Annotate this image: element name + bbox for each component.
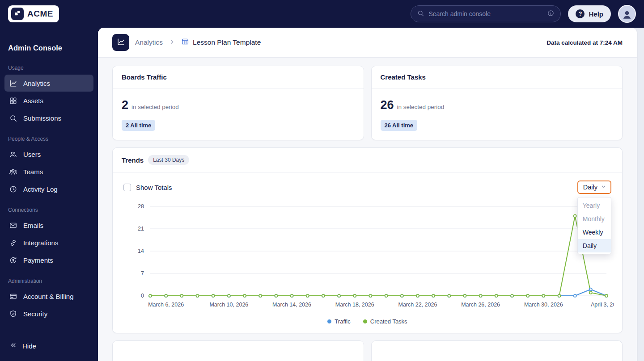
sidebar-item-users[interactable]: Users xyxy=(4,146,93,163)
data-calculated-note: Data calculated at 7:24 AM xyxy=(547,39,623,46)
granularity-select[interactable]: Daily xyxy=(577,180,611,194)
sidebar-section-label: Administration xyxy=(4,269,93,287)
trends-chart: 07142128March 6, 2026March 10, 2026March… xyxy=(113,196,622,315)
card-title: Boards Traffic xyxy=(113,66,364,88)
sidebar-item-label: Assets xyxy=(23,97,43,105)
sidebar-item-assets[interactable]: Assets xyxy=(4,92,93,109)
breadcrumb-current: Lesson Plan Template xyxy=(181,38,261,47)
granularity-option-weekly[interactable]: Weekly xyxy=(578,226,611,239)
svg-text:March 10, 2026: March 10, 2026 xyxy=(209,302,248,308)
hide-label: Hide xyxy=(22,342,36,350)
search-input[interactable] xyxy=(428,10,543,17)
partial-card xyxy=(112,340,364,361)
board-icon xyxy=(181,38,189,47)
svg-text:March 6, 2026: March 6, 2026 xyxy=(148,302,184,308)
trends-card: Trends Last 30 Days Show Totals Daily xyxy=(112,147,623,333)
legend-dot-icon xyxy=(363,319,367,323)
sidebar-title: Admin Console xyxy=(4,32,93,56)
help-label: Help xyxy=(589,10,603,18)
legend-traffic: Traffic xyxy=(327,318,350,325)
sidebar-item-label: Submissions xyxy=(23,114,61,122)
sidebar-item-payments[interactable]: Payments xyxy=(4,252,93,269)
sidebar-item-label: Payments xyxy=(23,256,53,264)
analytics-icon xyxy=(112,34,129,51)
teams-icon xyxy=(8,167,17,176)
sidebar-item-teams[interactable]: Teams xyxy=(4,163,93,180)
chevron-down-icon xyxy=(601,184,606,191)
stat-caption: in selected period xyxy=(131,104,179,110)
page-header: Analytics Lesson Plan Template Data calc… xyxy=(98,28,637,58)
hide-sidebar-button[interactable]: Hide xyxy=(4,337,93,355)
all-time-badge: 2 All time xyxy=(122,120,155,131)
sidebar-item-label: Analytics xyxy=(23,80,50,87)
show-totals-checkbox[interactable] xyxy=(123,184,131,191)
main-surface: Analytics Lesson Plan Template Data calc… xyxy=(98,28,644,361)
all-time-badge: 26 All time xyxy=(381,120,418,131)
page-title: Lesson Plan Template xyxy=(193,38,261,46)
sidebar-item-integrations[interactable]: Integrations xyxy=(4,234,93,251)
svg-text:21: 21 xyxy=(138,226,144,232)
show-totals-label: Show Totals xyxy=(136,184,172,191)
sidebar-item-analytics[interactable]: Analytics xyxy=(4,75,93,92)
app-root: ACME ? Help Admin Console UsageAnalytics… xyxy=(0,0,644,361)
sidebar-section-label: Connections xyxy=(4,198,93,216)
svg-text:April 3, 2026: April 3, 2026 xyxy=(591,302,614,308)
question-icon: ? xyxy=(576,9,585,18)
svg-text:28: 28 xyxy=(138,203,144,210)
chart-icon xyxy=(8,79,17,88)
next-cards-row xyxy=(112,340,623,361)
stat-value: 26 xyxy=(381,98,394,112)
sidebar-item-submissions[interactable]: Submissions xyxy=(4,109,93,126)
content-panel: Analytics Lesson Plan Template Data calc… xyxy=(98,28,637,361)
main-area: Analytics Lesson Plan Template Data calc… xyxy=(98,28,644,361)
svg-text:March 30, 2026: March 30, 2026 xyxy=(524,302,563,308)
sidebar-item-label: Account & Billing xyxy=(23,293,74,300)
granularity-option-monthly: Monthly xyxy=(578,212,611,226)
sidebar-section-label: People & Access xyxy=(4,127,93,145)
acme-logo[interactable]: ACME xyxy=(8,5,59,22)
sidebar-item-emails[interactable]: Emails xyxy=(4,217,93,234)
trends-title: Trends xyxy=(122,156,144,164)
sidebar-item-label: Emails xyxy=(23,222,43,229)
stats-row: Boards Traffic 2 in selected period 2 Al… xyxy=(112,66,623,140)
chevron-right-icon xyxy=(169,38,175,47)
sidebar: Admin Console UsageAnalyticsAssetsSubmis… xyxy=(0,28,98,361)
sidebar-item-security[interactable]: Security xyxy=(4,305,93,322)
granularity-control: Daily YearlyMonthlyWeeklyDaily xyxy=(577,180,611,194)
trends-controls: Show Totals Daily YearlyMonthlyWeeklyDai… xyxy=(113,172,622,196)
sidebar-item-label: Security xyxy=(23,310,47,318)
svg-text:March 22, 2026: March 22, 2026 xyxy=(398,302,437,308)
created-tasks-card: Created Tasks 26 in selected period 26 A… xyxy=(371,66,623,140)
granularity-option-daily[interactable]: Daily xyxy=(578,239,611,252)
partial-card xyxy=(371,340,623,361)
stat-value: 2 xyxy=(122,98,128,112)
sidebar-item-label: Activity Log xyxy=(23,185,58,193)
acme-logo-icon xyxy=(11,8,24,20)
help-button[interactable]: ? Help xyxy=(568,5,611,22)
granularity-value: Daily xyxy=(583,184,597,191)
sidebar-item-label: Users xyxy=(23,151,41,158)
svg-text:14: 14 xyxy=(138,248,144,254)
boards-traffic-card: Boards Traffic 2 in selected period 2 Al… xyxy=(112,66,364,140)
grid-icon xyxy=(8,96,17,105)
avatar[interactable] xyxy=(618,5,636,23)
topbar: ACME ? Help xyxy=(0,0,644,28)
chart-legend: TrafficCreated Tasks xyxy=(113,315,622,333)
range-badge: Last 30 Days xyxy=(148,155,189,165)
legend-created-tasks: Created Tasks xyxy=(363,318,407,325)
sidebar-item-account-billing[interactable]: Account & Billing xyxy=(4,288,93,305)
breadcrumb-analytics[interactable]: Analytics xyxy=(135,38,163,46)
users-icon xyxy=(8,150,17,159)
sidebar-nav: UsageAnalyticsAssetsSubmissionsPeople & … xyxy=(4,56,93,323)
link-icon xyxy=(8,238,17,247)
info-icon[interactable] xyxy=(547,9,555,19)
sidebar-item-activity-log[interactable]: Activity Log xyxy=(4,180,93,197)
acme-logo-text: ACME xyxy=(27,9,53,19)
svg-text:0: 0 xyxy=(141,293,144,299)
admin-search[interactable] xyxy=(411,5,561,22)
show-totals-toggle[interactable]: Show Totals xyxy=(123,184,172,191)
svg-text:7: 7 xyxy=(141,270,144,277)
sidebar-section-label: Usage xyxy=(4,56,93,74)
security-icon xyxy=(8,309,17,318)
payments-icon xyxy=(8,256,17,264)
